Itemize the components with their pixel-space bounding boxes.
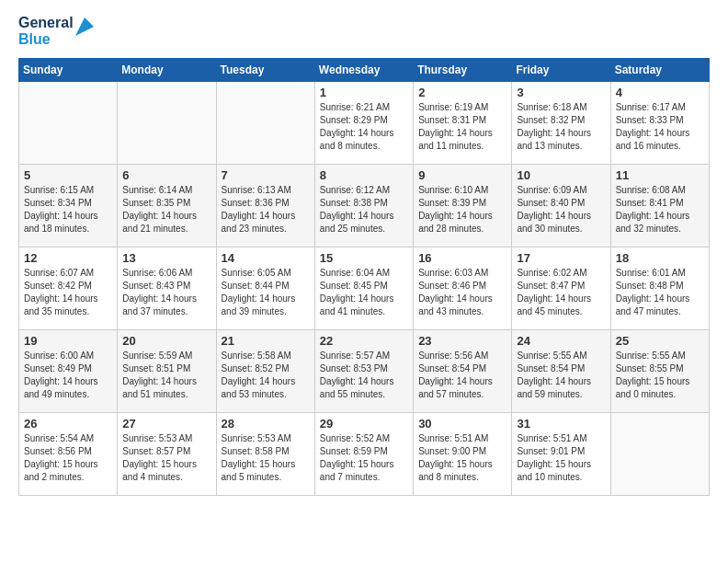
calendar-cell: 26Sunrise: 5:54 AMSunset: 8:56 PMDayligh… [19, 412, 118, 495]
day-info: Sunset: 8:29 PM [320, 114, 408, 127]
day-info: Sunrise: 6:15 AM [24, 184, 112, 197]
day-number: 19 [24, 334, 112, 348]
day-info: and 59 minutes. [517, 388, 605, 401]
day-info: Sunrise: 6:05 AM [222, 267, 310, 280]
calendar-cell: 29Sunrise: 5:52 AMSunset: 8:59 PMDayligh… [314, 412, 413, 495]
day-info: Sunset: 8:43 PM [122, 280, 210, 293]
day-info: and 51 minutes. [122, 388, 210, 401]
day-info: Daylight: 14 hours [616, 127, 704, 140]
day-header-saturday: Saturday [610, 58, 709, 81]
calendar-cell: 24Sunrise: 5:55 AMSunset: 8:54 PMDayligh… [512, 329, 610, 412]
day-number: 6 [122, 168, 210, 182]
calendar-cell: 20Sunrise: 5:59 AMSunset: 8:51 PMDayligh… [118, 329, 216, 412]
day-info: and 8 minutes. [320, 140, 408, 153]
calendar-cell: 9Sunrise: 6:10 AMSunset: 8:39 PMDaylight… [414, 164, 512, 247]
day-info: Sunset: 8:48 PM [616, 280, 704, 293]
day-number: 1 [320, 86, 408, 99]
week-row-3: 12Sunrise: 6:07 AMSunset: 8:42 PMDayligh… [19, 247, 710, 329]
day-info: and 18 minutes. [24, 223, 112, 236]
day-info: and 49 minutes. [24, 388, 112, 401]
day-info: Sunset: 8:33 PM [616, 114, 704, 127]
day-number: 13 [122, 251, 210, 265]
day-info: Sunrise: 6:18 AM [517, 101, 605, 114]
calendar-cell: 2Sunrise: 6:19 AMSunset: 8:31 PMDaylight… [414, 81, 512, 164]
calendar-table: SundayMondayTuesdayWednesdayThursdayFrid… [18, 58, 710, 496]
day-info: and 16 minutes. [616, 140, 704, 153]
calendar-cell: 17Sunrise: 6:02 AMSunset: 8:47 PMDayligh… [512, 247, 610, 329]
day-info: Sunset: 8:53 PM [320, 362, 408, 375]
day-info: Sunset: 8:46 PM [418, 280, 506, 293]
day-info: and 45 minutes. [517, 305, 605, 318]
day-number: 9 [418, 168, 506, 182]
day-number: 5 [24, 168, 112, 182]
day-info: Daylight: 14 hours [616, 210, 704, 223]
day-info: Sunset: 8:36 PM [222, 197, 310, 210]
calendar-cell: 25Sunrise: 5:55 AMSunset: 8:55 PMDayligh… [610, 329, 709, 412]
day-info: and 37 minutes. [122, 305, 210, 318]
logo-triangle-icon [75, 17, 94, 36]
day-info: Sunset: 8:35 PM [122, 197, 210, 210]
day-info: Sunrise: 6:00 AM [24, 350, 112, 362]
day-number: 20 [122, 334, 210, 348]
day-info: Sunrise: 6:13 AM [222, 184, 310, 197]
logo-text: General Blue [18, 15, 94, 49]
day-info: Sunset: 8:47 PM [517, 280, 605, 293]
day-info: and 53 minutes. [222, 388, 310, 401]
calendar-cell: 31Sunrise: 5:51 AMSunset: 9:01 PMDayligh… [512, 412, 610, 495]
day-info: Sunrise: 6:08 AM [616, 184, 704, 197]
day-info: Sunrise: 5:58 AM [222, 350, 310, 362]
day-info: Sunset: 8:57 PM [122, 445, 210, 458]
calendar-cell: 22Sunrise: 5:57 AMSunset: 8:53 PMDayligh… [314, 329, 413, 412]
day-info: and 39 minutes. [222, 305, 310, 318]
day-info: and 11 minutes. [418, 140, 506, 153]
day-info: Sunset: 8:44 PM [222, 280, 310, 293]
day-header-friday: Friday [512, 58, 610, 81]
day-info: Daylight: 14 hours [122, 375, 210, 388]
calendar-cell [216, 81, 314, 164]
day-info: and 7 minutes. [320, 471, 408, 484]
day-info: Sunrise: 5:56 AM [418, 350, 506, 362]
logo-general: General [18, 15, 74, 31]
week-row-5: 26Sunrise: 5:54 AMSunset: 8:56 PMDayligh… [19, 412, 710, 495]
day-info: Daylight: 14 hours [320, 127, 408, 140]
day-info: and 41 minutes. [320, 305, 408, 318]
week-row-4: 19Sunrise: 6:00 AMSunset: 8:49 PMDayligh… [19, 329, 710, 412]
calendar-cell: 27Sunrise: 5:53 AMSunset: 8:57 PMDayligh… [118, 412, 216, 495]
day-info: Daylight: 14 hours [122, 293, 210, 305]
day-info: Sunset: 8:54 PM [517, 362, 605, 375]
day-info: Sunset: 8:51 PM [122, 362, 210, 375]
day-number: 25 [616, 334, 704, 348]
day-info: Sunrise: 6:09 AM [517, 184, 605, 197]
calendar-cell [118, 81, 216, 164]
day-info: and 21 minutes. [122, 223, 210, 236]
day-number: 24 [517, 334, 605, 348]
day-info: Daylight: 14 hours [517, 210, 605, 223]
day-info: Sunrise: 5:53 AM [222, 432, 310, 445]
day-number: 28 [222, 417, 310, 431]
calendar-cell: 15Sunrise: 6:04 AMSunset: 8:45 PMDayligh… [314, 247, 413, 329]
day-info: Daylight: 14 hours [418, 293, 506, 305]
svg-marker-0 [75, 17, 94, 36]
day-info: Sunset: 9:00 PM [418, 445, 506, 458]
day-info: and 57 minutes. [418, 388, 506, 401]
day-number: 31 [517, 417, 605, 431]
day-info: Sunrise: 6:03 AM [418, 267, 506, 280]
day-info: Sunrise: 6:06 AM [122, 267, 210, 280]
day-info: Sunrise: 5:54 AM [24, 432, 112, 445]
day-info: Daylight: 14 hours [418, 127, 506, 140]
day-info: Sunrise: 6:01 AM [616, 267, 704, 280]
day-info: Daylight: 14 hours [24, 293, 112, 305]
day-info: Sunrise: 6:04 AM [320, 267, 408, 280]
day-number: 11 [616, 168, 704, 182]
day-info: Sunrise: 6:12 AM [320, 184, 408, 197]
calendar-cell [19, 81, 118, 164]
calendar-cell: 14Sunrise: 6:05 AMSunset: 8:44 PMDayligh… [216, 247, 314, 329]
day-info: and 13 minutes. [517, 140, 605, 153]
day-info: and 55 minutes. [320, 388, 408, 401]
day-info: and 43 minutes. [418, 305, 506, 318]
calendar-cell: 8Sunrise: 6:12 AMSunset: 8:38 PMDaylight… [314, 164, 413, 247]
day-info: Daylight: 14 hours [320, 210, 408, 223]
day-info: Sunrise: 5:55 AM [616, 350, 704, 362]
day-info: and 32 minutes. [616, 223, 704, 236]
calendar-cell: 19Sunrise: 6:00 AMSunset: 8:49 PMDayligh… [19, 329, 118, 412]
